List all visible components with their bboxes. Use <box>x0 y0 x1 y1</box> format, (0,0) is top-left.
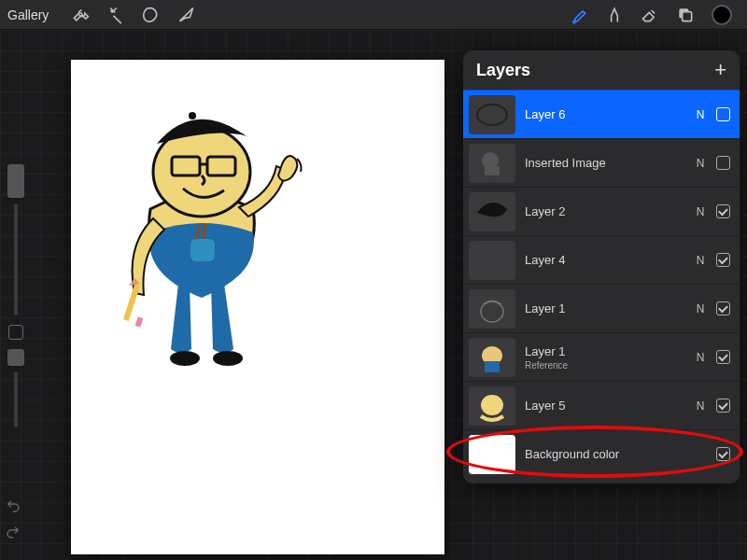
layer-name: Layer 6 <box>525 107 684 121</box>
undo-icon[interactable] <box>6 498 21 517</box>
layer-name: Background color <box>525 447 684 461</box>
layer-thumbnail <box>469 192 515 231</box>
panel-title: Layers <box>476 61 530 80</box>
svg-point-14 <box>477 105 507 125</box>
artwork-character <box>99 78 304 377</box>
redo-icon[interactable] <box>6 525 21 543</box>
blend-mode-indicator[interactable]: N <box>694 254 707 267</box>
layers-panel: Layers + Layer 6 N Inserted Image N Laye… <box>463 50 740 483</box>
layer-thumbnail <box>469 435 515 474</box>
visibility-checkbox[interactable] <box>716 253 730 267</box>
blend-mode-indicator[interactable]: N <box>694 351 707 364</box>
layer-name: Inserted Image <box>525 156 684 170</box>
visibility-checkbox[interactable] <box>716 399 730 413</box>
svg-rect-8 <box>135 316 144 327</box>
layer-name: Layer 5 <box>525 399 684 413</box>
layer-name: Layer 2 <box>525 204 684 218</box>
blend-mode-indicator[interactable]: N <box>694 205 707 218</box>
layer-thumbnail <box>469 338 515 377</box>
layer-thumbnail <box>469 241 515 280</box>
svg-rect-19 <box>485 361 500 372</box>
background-color-row[interactable]: Background color <box>463 429 740 478</box>
layer-row[interactable]: Layer 4 N <box>463 235 740 284</box>
layer-row[interactable]: Inserted Image N <box>463 138 740 187</box>
color-swatch[interactable] <box>712 5 732 25</box>
visibility-checkbox[interactable] <box>716 447 730 461</box>
eraser-icon[interactable] <box>641 6 659 24</box>
svg-point-3 <box>170 351 200 366</box>
layer-thumbnail <box>469 95 515 134</box>
layer-thumbnail <box>469 386 515 426</box>
visibility-checkbox[interactable] <box>716 350 730 364</box>
layers-icon[interactable] <box>676 6 695 24</box>
layer-row[interactable]: Layer 2 N <box>463 187 740 235</box>
layer-row[interactable]: Layer 1 Reference N <box>463 332 740 381</box>
blend-mode-indicator[interactable]: N <box>694 108 707 121</box>
visibility-checkbox[interactable] <box>716 156 730 170</box>
layer-thumbnail <box>469 144 515 183</box>
svg-point-17 <box>481 301 503 322</box>
svg-rect-5 <box>190 239 215 261</box>
svg-point-10 <box>189 112 196 119</box>
svg-point-0 <box>111 10 113 12</box>
svg-rect-2 <box>683 11 692 21</box>
modify-toggle[interactable] <box>8 325 23 340</box>
canvas[interactable] <box>71 60 444 554</box>
adjustments-icon[interactable] <box>106 6 125 24</box>
brush-icon[interactable] <box>570 6 588 24</box>
visibility-checkbox[interactable] <box>716 204 730 218</box>
brush-size-slider[interactable] <box>6 170 26 427</box>
svg-point-20 <box>481 395 503 415</box>
smudge-icon[interactable] <box>605 6 624 24</box>
blend-mode-indicator[interactable]: N <box>694 302 707 315</box>
layer-thumbnail <box>469 289 515 329</box>
svg-point-4 <box>213 351 243 366</box>
opacity-slider[interactable] <box>7 349 24 366</box>
layer-name: Layer 4 <box>525 253 684 267</box>
svg-rect-6 <box>123 284 140 321</box>
move-icon[interactable] <box>177 6 196 24</box>
layer-row[interactable]: Layer 5 N <box>463 381 740 429</box>
blend-mode-indicator[interactable]: N <box>694 157 707 170</box>
add-layer-button[interactable]: + <box>714 60 726 80</box>
top-toolbar: Gallery <box>0 0 747 30</box>
layer-name: Layer 1 <box>525 344 684 358</box>
layer-row[interactable]: Layer 1 N <box>463 284 740 332</box>
wrench-icon[interactable] <box>71 6 90 24</box>
blend-mode-indicator[interactable]: N <box>694 399 707 413</box>
layer-row[interactable]: Layer 6 N <box>463 90 740 138</box>
selection-icon[interactable] <box>142 6 161 24</box>
visibility-checkbox[interactable] <box>716 301 730 315</box>
visibility-checkbox[interactable] <box>716 107 730 121</box>
layer-sublabel: Reference <box>525 360 684 371</box>
layer-name: Layer 1 <box>525 301 684 315</box>
svg-rect-16 <box>485 166 500 175</box>
gallery-button[interactable]: Gallery <box>7 7 49 22</box>
